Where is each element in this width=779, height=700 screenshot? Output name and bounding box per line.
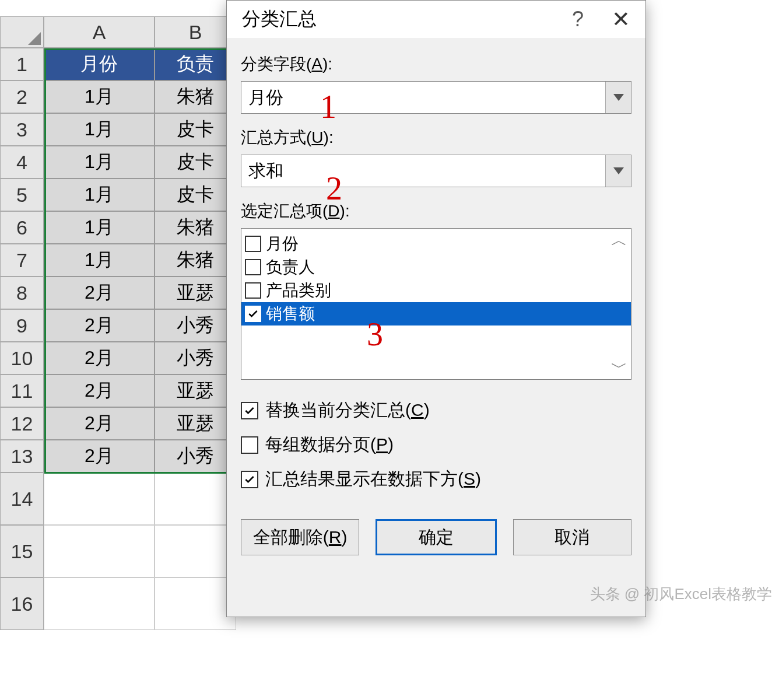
- checkbox-unchecked-icon[interactable]: [241, 436, 258, 454]
- field-dropdown[interactable]: 月份: [241, 81, 631, 114]
- annotation-1: 1: [320, 88, 336, 125]
- row-header[interactable]: 12: [0, 407, 44, 440]
- data-cell[interactable]: 小秀: [155, 309, 236, 342]
- row-header[interactable]: 2: [0, 80, 44, 113]
- option-pagebreak[interactable]: 每组数据分页(P): [241, 433, 631, 457]
- cancel-button[interactable]: 取消: [513, 519, 631, 555]
- row-header[interactable]: 9: [0, 309, 44, 342]
- field-label: 分类字段(A):: [241, 53, 631, 75]
- items-listbox[interactable]: 月份 负责人 产品类别 销售额 ︿ ﹀: [241, 228, 631, 380]
- data-cell[interactable]: 朱猪: [155, 211, 236, 244]
- ok-button[interactable]: 确定: [376, 519, 496, 555]
- data-cell[interactable]: 1月: [44, 211, 155, 244]
- data-cell[interactable]: 1月: [44, 178, 155, 211]
- list-item[interactable]: 负责人: [241, 256, 631, 279]
- data-cell[interactable]: 亚瑟: [155, 276, 236, 309]
- checkbox-checked-icon[interactable]: [241, 471, 258, 488]
- empty-cell[interactable]: [155, 525, 236, 578]
- data-cell[interactable]: 亚瑟: [155, 374, 236, 407]
- watermark: 头条 @ 初风Excel表格教学: [590, 584, 772, 604]
- data-cell[interactable]: 朱猪: [155, 244, 236, 276]
- row-header[interactable]: 13: [0, 440, 44, 473]
- field-value: 月份: [248, 86, 283, 110]
- row-header[interactable]: 6: [0, 211, 44, 244]
- dialog-titlebar[interactable]: 分类汇总 ? ✕: [227, 1, 645, 38]
- option-below[interactable]: 汇总结果显示在数据下方(S): [241, 467, 631, 491]
- row-header[interactable]: 5: [0, 178, 44, 211]
- row-header[interactable]: 7: [0, 244, 44, 276]
- empty-cell[interactable]: [155, 473, 236, 525]
- annotation-2: 2: [326, 170, 342, 207]
- checkbox-checked-icon[interactable]: [241, 402, 258, 419]
- data-cell[interactable]: 皮卡: [155, 178, 236, 211]
- data-cell[interactable]: 2月: [44, 374, 155, 407]
- list-item[interactable]: 月份: [241, 232, 631, 256]
- header-cell[interactable]: 月份: [44, 48, 155, 80]
- row-header[interactable]: 15: [0, 525, 44, 578]
- method-label: 汇总方式(U):: [241, 127, 631, 149]
- row-header[interactable]: 11: [0, 374, 44, 407]
- items-label: 选定汇总项(D):: [241, 200, 631, 222]
- scroll-down-icon[interactable]: ﹀: [611, 359, 627, 376]
- close-icon[interactable]: ✕: [607, 6, 635, 32]
- row-header[interactable]: 3: [0, 113, 44, 146]
- data-cell[interactable]: 皮卡: [155, 146, 236, 178]
- method-value: 求和: [248, 159, 283, 183]
- data-cell[interactable]: 1月: [44, 113, 155, 146]
- data-cell[interactable]: 小秀: [155, 440, 236, 473]
- row-header[interactable]: 1: [0, 48, 44, 80]
- empty-cell[interactable]: [155, 578, 236, 630]
- checkbox-unchecked-icon[interactable]: [245, 236, 261, 252]
- scroll-up-icon[interactable]: ︿: [611, 232, 627, 249]
- subtotal-dialog: 分类汇总 ? ✕ 分类字段(A): 月份 汇总方式(U): 求和 选定汇总项(D…: [226, 0, 646, 617]
- data-cell[interactable]: 2月: [44, 407, 155, 440]
- select-all-corner[interactable]: [0, 16, 44, 48]
- data-cell[interactable]: 1月: [44, 80, 155, 113]
- dialog-title: 分类汇总: [242, 6, 317, 32]
- empty-cell[interactable]: [44, 473, 155, 525]
- list-item-label: 产品类别: [266, 279, 331, 302]
- empty-cell[interactable]: [44, 578, 155, 630]
- header-cell[interactable]: 负责: [155, 48, 236, 80]
- data-cell[interactable]: 皮卡: [155, 113, 236, 146]
- col-header-a[interactable]: A: [44, 16, 155, 48]
- empty-cell[interactable]: [44, 525, 155, 578]
- option-label: 替换当前分类汇总(C): [265, 398, 430, 422]
- data-cell[interactable]: 2月: [44, 309, 155, 342]
- help-icon[interactable]: ?: [572, 7, 584, 32]
- option-label: 汇总结果显示在数据下方(S): [265, 467, 481, 491]
- data-cell[interactable]: 朱猪: [155, 80, 236, 113]
- data-cell[interactable]: 亚瑟: [155, 407, 236, 440]
- data-cell[interactable]: 1月: [44, 244, 155, 276]
- list-item-label: 销售额: [266, 303, 315, 325]
- col-header-b[interactable]: B: [155, 16, 236, 48]
- list-item-label: 负责人: [266, 256, 315, 278]
- data-cell[interactable]: 1月: [44, 146, 155, 178]
- spreadsheet: A B 1 月份 负责 21月朱猪 31月皮卡 41月皮卡 51月皮卡 61月朱…: [0, 16, 236, 630]
- checkbox-unchecked-icon[interactable]: [245, 259, 261, 275]
- list-item-selected[interactable]: 销售额: [241, 302, 631, 326]
- row-header[interactable]: 4: [0, 146, 44, 178]
- remove-all-button[interactable]: 全部删除(R): [241, 519, 359, 555]
- row-header[interactable]: 8: [0, 276, 44, 309]
- list-item[interactable]: 产品类别: [241, 279, 631, 302]
- data-cell[interactable]: 2月: [44, 276, 155, 309]
- option-replace[interactable]: 替换当前分类汇总(C): [241, 398, 631, 422]
- list-item-label: 月份: [266, 233, 299, 255]
- chevron-down-icon[interactable]: [605, 155, 631, 187]
- data-cell[interactable]: 小秀: [155, 342, 236, 374]
- row-header[interactable]: 10: [0, 342, 44, 374]
- row-header[interactable]: 14: [0, 473, 44, 525]
- checkbox-unchecked-icon[interactable]: [245, 282, 261, 299]
- checkbox-checked-icon[interactable]: [245, 306, 261, 322]
- annotation-3: 3: [367, 316, 383, 353]
- row-header[interactable]: 16: [0, 578, 44, 630]
- method-dropdown[interactable]: 求和: [241, 155, 631, 187]
- option-label: 每组数据分页(P): [265, 433, 394, 457]
- data-cell[interactable]: 2月: [44, 440, 155, 473]
- data-cell[interactable]: 2月: [44, 342, 155, 374]
- chevron-down-icon[interactable]: [605, 82, 631, 113]
